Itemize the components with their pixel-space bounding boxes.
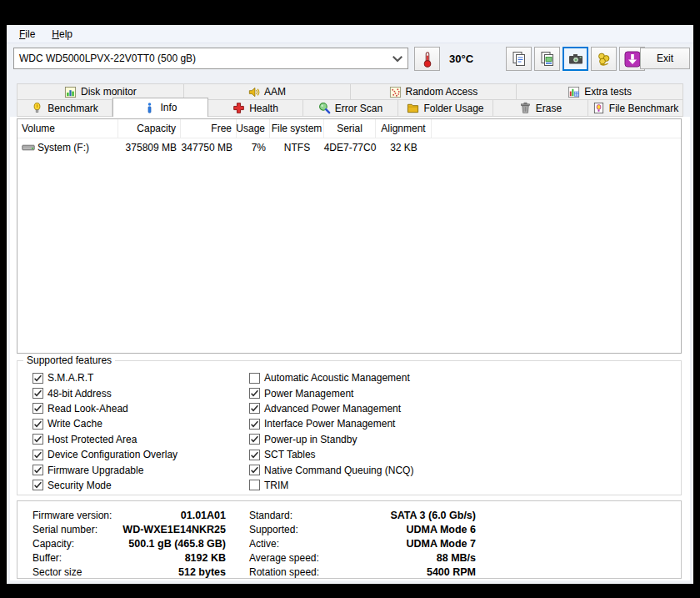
temperature-button[interactable] [414,47,440,71]
exit-button[interactable]: Exit [640,48,690,69]
feature-label: Host Protected Area [48,434,137,445]
feature-write-cache: Write Cache [32,416,178,431]
feature-label: Read Look-Ahead [48,403,128,415]
menubar: FileHelp [7,25,693,43]
info-row-rotation-speed: Rotation speed:5400 RPM [249,565,476,579]
checkbox-checked[interactable] [249,450,260,460]
tab-error-scan[interactable]: Error Scan [303,100,398,117]
random-access-icon [389,86,402,98]
benchmark-icon [31,102,43,114]
feature-label: Write Cache [48,418,102,430]
info-row-serial-number: Serial number:WD-WXE1E14NKR25 [32,522,226,536]
screenshot-button[interactable] [562,47,588,71]
copy-image-icon [539,51,556,68]
feature-label: Interface Power Management [264,418,395,430]
checkbox-checked[interactable] [32,434,43,445]
column-header-label: Free [211,123,232,134]
tab-extra-tests[interactable]: Extra tests [517,83,683,100]
checkbox-checked[interactable] [32,465,43,475]
checkbox-unchecked[interactable] [249,480,260,490]
features-column-left: S.M.A.R.T48-bit AddressRead Look-AheadWr… [32,370,178,493]
column-header-volume[interactable]: Volume [18,119,118,138]
info-value: UDMA Mode 7 [279,538,476,550]
copy-text-icon [511,51,528,68]
tab-label: AAM [264,86,286,98]
supported-features-title: Supported features [23,354,115,366]
checkbox-checked[interactable] [249,434,260,445]
feature-label: SCT Tables [264,449,316,460]
donate-icon [596,51,612,68]
tab-random-access[interactable]: Random Access [351,83,518,100]
info-label: Active: [249,538,279,550]
checkbox-checked[interactable] [249,403,260,414]
tab-label: Random Access [406,86,478,98]
tab-benchmark[interactable]: Benchmark [17,100,112,117]
feature-s-m-a-r-t: S.M.A.R.T [32,370,178,385]
volume-cell-capacity: 375809 MB [118,142,181,153]
checkbox-checked[interactable] [32,373,43,384]
chevron-down-icon[interactable] [388,48,408,68]
info-value: WD-WXE1E14NKR25 [98,524,226,535]
checkbox-checked[interactable] [32,388,43,399]
copy-text-button[interactable] [506,47,532,71]
drive-info-column-left: Firmware version:01.01A01Serial number:W… [32,508,226,579]
info-value: 8192 KB [62,552,226,564]
feature-advanced-power-management: Advanced Power Management [249,401,413,416]
checkbox-checked[interactable] [249,465,260,475]
tab-label: Extra tests [584,86,632,98]
volume-cell-free: 347750 MB [181,142,237,153]
checkbox-checked[interactable] [32,450,43,460]
checkbox-checked[interactable] [32,419,43,430]
tab-aam[interactable]: AAM [184,83,351,100]
checkbox-checked[interactable] [32,403,43,414]
tab-label: Disk monitor [81,86,137,98]
info-row-active: Active:UDMA Mode 7 [249,536,476,550]
feature-label: Security Mode [48,480,112,491]
tab-health[interactable]: Health [208,100,303,117]
tab-row-2: BenchmarkInfoHealthError ScanFolder Usag… [17,100,683,117]
volume-row[interactable]: System (F:)375809 MB347750 MB7%NTFS4DE7-… [18,139,681,156]
column-header-capacity[interactable]: Capacity [118,119,181,138]
toolbar [506,47,645,71]
drive-select[interactable]: WDC WD5000LPVX-22V0TT0 (500 gB) [13,48,408,69]
column-header-label: Capacity [137,123,176,134]
temperature-value: 30°C [449,53,473,65]
drive-select-value: WDC WD5000LPVX-22V0TT0 (500 gB) [14,53,388,64]
error-scan-icon [318,102,331,114]
feature-firmware-upgradable: Firmware Upgradable [32,462,178,477]
checkbox-unchecked[interactable] [249,373,260,384]
menu-help[interactable]: Help [43,27,81,42]
hard-drive-icon [22,141,35,154]
tab-strip: Disk monitorAAMRandom AccessExtra tests … [17,83,683,117]
info-value: 500.1 gB (465.8 GB) [74,538,226,550]
feature-device-configuration-overlay: Device Configuration Overlay [32,447,178,462]
volume-cell-text: NTFS [284,142,310,153]
checkbox-checked[interactable] [249,388,260,399]
column-header-free[interactable]: Free [181,119,237,138]
volume-table-body: System (F:)375809 MB347750 MB7%NTFS4DE7-… [18,139,681,156]
tab-label: Benchmark [48,103,98,114]
info-value: 5400 RPM [319,566,476,578]
column-header-file-system[interactable]: File system [270,119,324,138]
info-label: Standard: [249,510,292,521]
feature-label: Device Configuration Overlay [48,449,178,460]
volume-cell-usage: 7% [237,142,270,153]
column-header-serial[interactable]: Serial [324,119,376,138]
tab-erase[interactable]: Erase [493,100,588,117]
column-header-usage[interactable]: Usage [237,119,270,138]
tab-file-benchmark[interactable]: File Benchmark [588,100,683,117]
menu-file[interactable]: File [11,27,43,42]
column-header-alignment[interactable]: Alignment [376,119,432,138]
tab-info[interactable]: Info [112,98,208,117]
donate-button[interactable] [591,47,617,71]
tab-folder-usage[interactable]: Folder Usage [398,100,493,117]
volume-cell-text: 32 KB [390,142,418,153]
info-row-firmware-version: Firmware version:01.01A01 [32,508,226,522]
copy-image-button[interactable] [534,47,560,71]
checkbox-checked[interactable] [32,480,43,490]
volume-table-header: VolumeCapacityFreeUsageFile systemSerial… [18,119,681,138]
info-icon [143,102,156,114]
info-row-buffer: Buffer:8192 KB [32,550,226,565]
checkbox-checked[interactable] [249,419,260,430]
feature-label: Power-up in Standby [264,434,357,445]
